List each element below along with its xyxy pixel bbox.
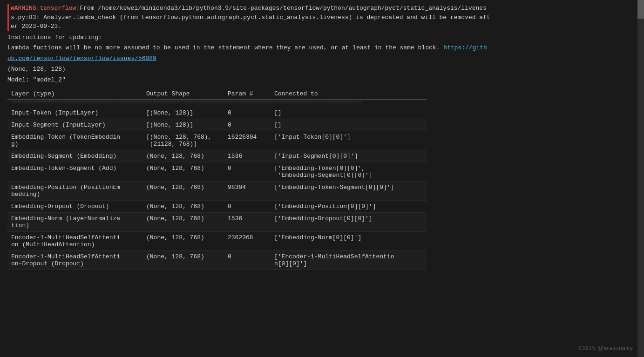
cell-param: 0 — [224, 250, 271, 269]
table-row: Embedding-Segment (Embedding) (None, 128… — [7, 150, 427, 162]
cell-connected: ['Embedding-Dropout[0][0]'] — [271, 212, 427, 231]
cell-connected: ['Input-Segment[0][0]'] — [271, 150, 427, 162]
lambda-text: Lambda fuctions will be no more assumed … — [7, 43, 637, 53]
cell-param: 98304 — [224, 181, 271, 200]
header-connected: Connected to — [271, 88, 427, 100]
cell-layer: Embedding-Norm (LayerNormalization) — [7, 212, 142, 231]
cell-output: (None, 128, 768) — [142, 250, 224, 269]
scrollbar-thumb[interactable] — [637, 0, 644, 19]
cell-layer: Embedding-Position (PositionEmbedding) — [7, 181, 142, 200]
cell-layer: Encoder-1-MultiHeadSelfAttention-Dropout… — [7, 250, 142, 269]
cell-output: [(None, 128, 768), (21128, 768)] — [142, 131, 224, 150]
cell-output: (None, 128, 768) — [142, 162, 224, 181]
cell-connected: ['Embedding-Position[0][0]'] — [271, 200, 427, 212]
cell-layer: Embedding-Segment (Embedding) — [7, 150, 142, 162]
cell-output: (None, 128, 768) — [142, 181, 224, 200]
table-row: Embedding-Token (TokenEmbedding) [(None,… — [7, 131, 427, 150]
cell-param: 1536 — [224, 212, 271, 231]
table-row: Embedding-Token-Segment (Add) (None, 128… — [7, 162, 427, 181]
cell-param: 0 — [224, 200, 271, 212]
cell-output: [(None, 128)] — [142, 107, 224, 119]
cell-connected: ['Embedding-Norm[0][0]'] — [271, 231, 427, 250]
cell-param: 1536 — [224, 150, 271, 162]
cell-output: (None, 128, 768) — [142, 231, 224, 250]
table-row: Encoder-1-MultiHeadSelfAttention (MultiH… — [7, 231, 427, 250]
model-summary: Layer (type) Output Shape Param # Connec… — [7, 88, 637, 269]
table-row: Embedding-Position (PositionEmbedding) (… — [7, 181, 427, 200]
warning-line1: WARNING:tensorflow:From /home/kewei/mini… — [11, 4, 637, 13]
instructions-label: Instructions for updating: — [7, 33, 637, 43]
cell-connected: ['Embedding-Token-Segment[0][0]'] — [271, 181, 427, 200]
separator-row: ========================================… — [7, 100, 427, 107]
header-layer: Layer (type) — [7, 88, 142, 100]
separator-line: ========================================… — [7, 100, 427, 107]
scrollbar[interactable] — [637, 0, 644, 357]
cell-output: [(None, 128)] — [142, 119, 224, 131]
cell-layer: Input-Segment (InputLayer) — [7, 119, 142, 131]
table-header: Layer (type) Output Shape Param # Connec… — [7, 88, 427, 100]
warning-line3: er 2023-09-23. — [11, 22, 637, 31]
cell-param: 0 — [224, 162, 271, 181]
cell-layer: Input-Token (InputLayer) — [7, 107, 142, 119]
warning-line2: s.py:83: Analyzer.lamba_check (from tens… — [11, 13, 637, 22]
terminal-container: WARNING:tensorflow:From /home/kewei/mini… — [0, 0, 644, 357]
table-row: Input-Segment (InputLayer) [(None, 128)]… — [7, 119, 427, 131]
header-output: Output Shape — [142, 88, 224, 100]
table-row: Embedding-Dropout (Dropout) (None, 128, … — [7, 200, 427, 212]
watermark: CSDN @irrationality — [579, 344, 633, 351]
cell-layer: Encoder-1-MultiHeadSelfAttention (MultiH… — [7, 231, 142, 250]
cell-param: 2362368 — [224, 231, 271, 250]
link-continuation: ub.com/tensorflow/tensorflow/issues/5608… — [7, 54, 637, 64]
github-link[interactable]: https://gith — [443, 44, 487, 51]
github-link-cont[interactable]: ub.com/tensorflow/tensorflow/issues/5608… — [7, 55, 156, 62]
cell-output: (None, 128, 768) — [142, 200, 224, 212]
cell-layer: Embedding-Token-Segment (Add) — [7, 162, 142, 181]
cell-layer: Embedding-Dropout (Dropout) — [7, 200, 142, 212]
cell-layer: Embedding-Token (TokenEmbedding) — [7, 131, 142, 150]
summary-table: Layer (type) Output Shape Param # Connec… — [7, 88, 427, 269]
cell-param: 16226304 — [224, 131, 271, 150]
cell-param: 0 — [224, 119, 271, 131]
shape-info: (None, 128, 128) — [7, 65, 637, 74]
cell-param: 0 — [224, 107, 271, 119]
table-row: Embedding-Norm (LayerNormalization) (Non… — [7, 212, 427, 231]
cell-connected: ['Input-Token[0][0]'] — [271, 131, 427, 150]
content-area: WARNING:tensorflow:From /home/kewei/mini… — [0, 0, 644, 357]
cell-output: (None, 128, 768) — [142, 150, 224, 162]
cell-connected: [] — [271, 107, 427, 119]
cell-connected: ['Encoder-1-MultiHeadSelfAttention[0][0]… — [271, 250, 427, 269]
cell-connected: [] — [271, 119, 427, 131]
warning-section: WARNING:tensorflow:From /home/kewei/mini… — [7, 4, 637, 31]
model-name: Model: "model_2" — [7, 75, 637, 85]
table-row: Encoder-1-MultiHeadSelfAttention-Dropout… — [7, 250, 427, 269]
header-param: Param # — [224, 88, 271, 100]
cell-output: (None, 128, 768) — [142, 212, 224, 231]
table-row: Input-Token (InputLayer) [(None, 128)] 0… — [7, 107, 427, 119]
cell-connected: ['Embedding-Token[0][0]', 'Embedding-Seg… — [271, 162, 427, 181]
